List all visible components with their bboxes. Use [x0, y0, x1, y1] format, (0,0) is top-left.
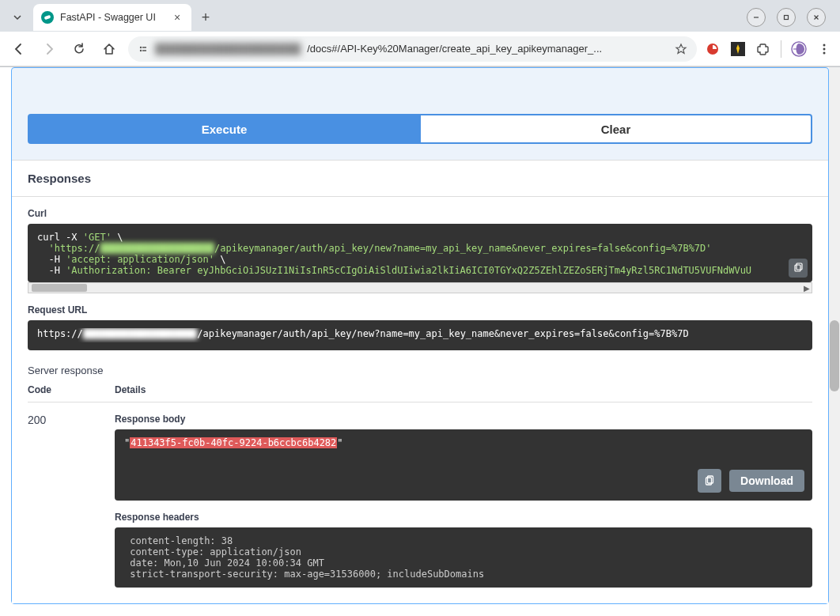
browser-chrome: FastAPI - Swagger UI × + [0, 0, 840, 67]
url-path: /docs#/API-Key%20Manager/create_api_key_… [307, 43, 668, 55]
tab-bar: FastAPI - Swagger UI × + [0, 0, 840, 32]
close-window-button[interactable] [807, 8, 826, 27]
svg-point-12 [823, 43, 826, 46]
responses-heading: Responses [12, 160, 828, 197]
svg-point-13 [823, 47, 826, 50]
svg-point-4 [140, 46, 142, 47]
extension-icons [705, 40, 832, 58]
response-body-block[interactable]: "411343f5-fc0b-40fc-9224-b6ccbc6b4282" D… [115, 429, 812, 501]
response-details: Response body "411343f5-fc0b-40fc-9224-b… [115, 414, 812, 588]
swagger-operation-panel: Execute Clear Responses Curl curl -X 'GE… [11, 67, 829, 604]
page-viewport: Execute Clear Responses Curl curl -X 'GE… [0, 67, 840, 616]
response-headers-label: Response headers [115, 512, 812, 523]
back-button[interactable] [8, 38, 30, 60]
copy-response-button[interactable] [698, 469, 721, 493]
menu-button[interactable] [816, 41, 832, 57]
svg-point-5 [140, 49, 142, 51]
extensions-button[interactable] [755, 41, 771, 57]
home-button[interactable] [98, 38, 120, 60]
browser-toolbar: ████████████████████ /docs#/API-Key%20Ma… [0, 32, 840, 66]
address-bar[interactable]: ████████████████████ /docs#/API-Key%20Ma… [128, 36, 697, 62]
scrollbar-thumb[interactable] [830, 320, 839, 391]
code-column-header: Code [28, 384, 83, 395]
minimize-button[interactable] [747, 8, 766, 27]
curl-code-block[interactable]: curl -X 'GET' \ 'https://███████████████… [28, 224, 812, 282]
svg-rect-17 [706, 478, 712, 485]
svg-rect-16 [796, 263, 802, 270]
svg-rect-15 [795, 265, 800, 271]
action-button-row: Execute Clear [28, 114, 812, 144]
response-table-header: Code Details [28, 384, 812, 402]
extension-icon-2[interactable] [730, 41, 746, 57]
profile-button[interactable] [791, 41, 807, 57]
maximize-button[interactable] [777, 8, 796, 27]
request-url-label: Request URL [28, 304, 812, 316]
svg-rect-1 [785, 16, 789, 20]
site-settings-icon [138, 43, 149, 55]
responses-body: Curl curl -X 'GET' \ 'https://██████████… [12, 197, 828, 603]
response-body-label: Response body [115, 414, 812, 425]
tab-title: FastAPI - Swagger UI [60, 12, 165, 23]
browser-tab[interactable]: FastAPI - Swagger UI × [33, 4, 191, 31]
svg-point-14 [823, 51, 826, 54]
new-tab-button[interactable]: + [195, 6, 217, 28]
try-it-out-area: Execute Clear [12, 68, 828, 160]
response-row: 200 Response body "411343f5-fc0b-40fc-92… [28, 414, 812, 588]
extension-icon-1[interactable] [705, 41, 721, 57]
server-response-label: Server response [28, 365, 812, 376]
forward-button[interactable] [38, 38, 60, 60]
tab-close-button[interactable]: × [171, 11, 184, 24]
tab-list-button[interactable] [6, 6, 28, 28]
window-controls [747, 8, 834, 27]
details-column-header: Details [115, 384, 146, 395]
fastapi-favicon [41, 11, 54, 24]
download-button[interactable]: Download [729, 470, 804, 492]
svg-rect-18 [708, 476, 713, 483]
execute-button[interactable]: Execute [28, 114, 421, 144]
page-vertical-scrollbar[interactable] [829, 67, 840, 616]
bookmark-star-icon[interactable] [675, 43, 687, 55]
copy-curl-button[interactable] [789, 259, 808, 278]
curl-horizontal-scrollbar[interactable]: ▶ [28, 282, 812, 293]
response-headers-block[interactable]: content-length: 38 content-type: applica… [115, 527, 812, 588]
clear-button[interactable]: Clear [421, 114, 812, 144]
url-host-obscured: ████████████████████ [155, 43, 301, 55]
reload-button[interactable] [68, 38, 90, 60]
response-code: 200 [28, 414, 83, 588]
curl-label: Curl [28, 208, 812, 219]
request-url-block[interactable]: https://████████████████████/apikeymanag… [28, 320, 812, 350]
